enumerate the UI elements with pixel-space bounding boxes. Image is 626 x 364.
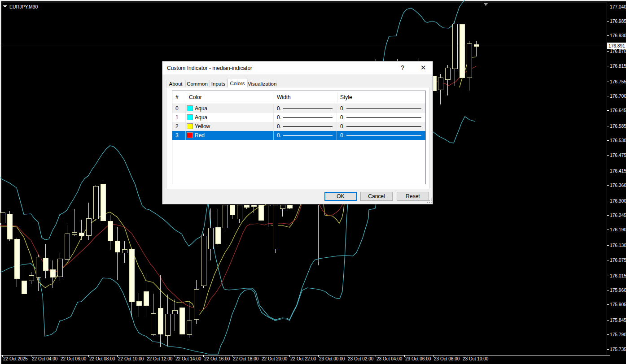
svg-text:22 Oct 18:00: 22 Oct 18:00 xyxy=(233,356,259,361)
svg-text:176.755: 176.755 xyxy=(610,79,626,84)
svg-text:22 Oct 04:00: 22 Oct 04:00 xyxy=(32,356,58,361)
svg-text:22 Oct 12:00: 22 Oct 12:00 xyxy=(147,356,173,361)
svg-text:EURJPY,M30: EURJPY,M30 xyxy=(9,4,38,9)
svg-text:176.015: 176.015 xyxy=(610,273,626,278)
svg-text:175.960: 175.960 xyxy=(610,288,626,293)
svg-text:176.930: 176.930 xyxy=(610,33,626,38)
svg-text:176.645: 176.645 xyxy=(610,108,626,113)
svg-text:175.845: 175.845 xyxy=(610,318,626,323)
svg-text:176.700: 176.700 xyxy=(610,94,626,99)
svg-text:176.475: 176.475 xyxy=(610,153,626,158)
svg-text:176.985: 176.985 xyxy=(610,19,626,24)
svg-text:22 Oct 20:00: 22 Oct 20:00 xyxy=(262,356,288,361)
svg-text:22 Oct 08:00: 22 Oct 08:00 xyxy=(89,356,115,361)
svg-text:23 Oct 00:00: 23 Oct 00:00 xyxy=(319,356,345,361)
svg-text:177.040: 177.040 xyxy=(610,4,626,9)
svg-text:22 Oct 06:00: 22 Oct 06:00 xyxy=(61,356,87,361)
svg-text:176.870: 176.870 xyxy=(610,49,626,54)
svg-text:176.415: 176.415 xyxy=(610,169,626,173)
svg-text:23 Oct 02:00: 23 Oct 02:00 xyxy=(348,356,374,361)
svg-text:23 Oct 10:00: 23 Oct 10:00 xyxy=(463,356,489,361)
svg-text:23 Oct 06:00: 23 Oct 06:00 xyxy=(405,356,431,361)
svg-text:176.190: 176.190 xyxy=(610,227,626,232)
svg-text:23 Oct 08:00: 23 Oct 08:00 xyxy=(434,356,460,361)
svg-text:22 Oct 2025: 22 Oct 2025 xyxy=(3,356,28,361)
svg-text:176.891: 176.891 xyxy=(608,43,625,48)
svg-text:176.300: 176.300 xyxy=(610,199,626,204)
svg-text:176.245: 176.245 xyxy=(610,213,626,218)
svg-text:176.360: 176.360 xyxy=(610,183,626,188)
svg-text:175.790: 175.790 xyxy=(610,332,626,337)
svg-text:176.815: 176.815 xyxy=(610,64,626,69)
svg-text:22 Oct 16:00: 22 Oct 16:00 xyxy=(204,356,230,361)
svg-text:176.530: 176.530 xyxy=(610,138,626,143)
svg-text:176.075: 176.075 xyxy=(610,258,626,263)
svg-text:176.130: 176.130 xyxy=(610,243,626,248)
svg-text:175.905: 175.905 xyxy=(610,302,626,307)
svg-text:22 Oct 10:00: 22 Oct 10:00 xyxy=(118,356,144,361)
svg-text:175.735: 175.735 xyxy=(610,347,626,352)
svg-text:22 Oct 14:00: 22 Oct 14:00 xyxy=(175,356,201,361)
svg-text:176.585: 176.585 xyxy=(610,124,626,129)
svg-text:23 Oct 04:00: 23 Oct 04:00 xyxy=(376,356,403,361)
svg-text:22 Oct 22:00: 22 Oct 22:00 xyxy=(290,356,316,361)
